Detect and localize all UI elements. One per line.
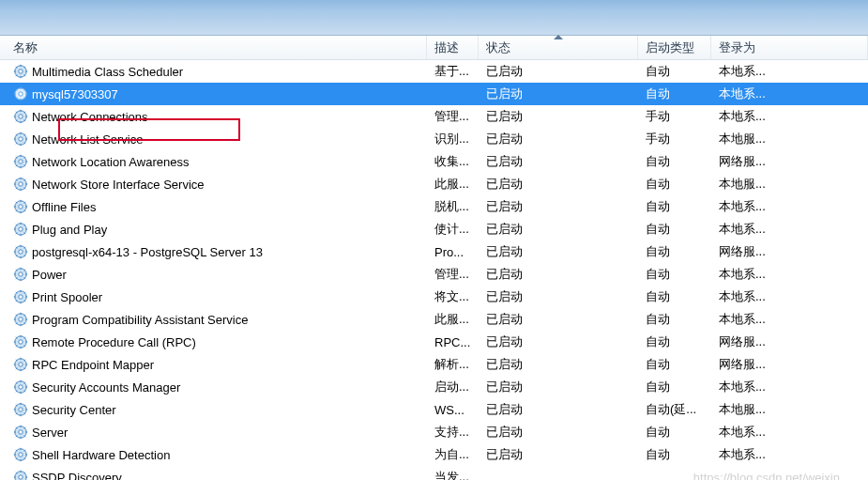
service-row[interactable]: Security Center WS... 已启动 自动(延... 本地服... (0, 398, 868, 421)
service-row[interactable]: Network List Service 识别... 已启动 手动 本地服... (0, 128, 868, 150)
service-status: 已启动 (479, 153, 638, 170)
service-icon (13, 222, 28, 237)
service-status: 已启动 (479, 131, 638, 147)
service-desc: 此服... (427, 176, 479, 193)
svg-point-149 (19, 385, 23, 389)
service-status: 已启动 (479, 243, 638, 260)
service-logon: 网络服... (711, 333, 868, 350)
service-logon: 网络服... (711, 356, 868, 373)
service-row[interactable]: Server 支持... 已启动 自动 本地系... (0, 421, 868, 443)
service-startup: 自动 (638, 176, 711, 193)
service-status: 已启动 (479, 401, 638, 418)
service-status: 已启动 (479, 356, 638, 373)
service-row[interactable]: mysql57303307 已启动 自动 本地系... (0, 83, 868, 105)
service-icon (13, 447, 28, 462)
service-startup: 自动 (638, 356, 711, 373)
service-logon: 本地系... (711, 288, 868, 305)
service-logon: 本地系... (711, 198, 868, 215)
service-row[interactable]: Print Spooler 将文... 已启动 自动 本地系... (0, 286, 868, 308)
service-name: Multimedia Class Scheduler (32, 65, 183, 79)
service-icon (13, 357, 28, 372)
svg-point-29 (19, 115, 23, 118)
service-startup: 自动 (638, 288, 711, 305)
service-logon: 本地系... (711, 108, 868, 125)
sort-ascending-icon (554, 35, 563, 39)
svg-point-89 (19, 250, 23, 254)
service-row[interactable]: Network Connections 管理... 已启动 手动 本地系... (0, 105, 868, 128)
service-desc: Pro... (427, 245, 479, 259)
service-icon (13, 109, 28, 124)
svg-point-159 (19, 408, 23, 411)
service-row[interactable]: Shell Hardware Detection 为自... 已启动 自动 本地… (0, 443, 868, 466)
service-logon: 本地系... (711, 379, 868, 395)
service-name: Offline Files (32, 200, 96, 214)
service-desc: WS... (427, 403, 479, 417)
service-desc: 此服... (427, 311, 479, 328)
service-row[interactable]: Power 管理... 已启动 自动 本地系... (0, 263, 868, 286)
svg-point-189 (19, 475, 23, 479)
service-status: 已启动 (479, 221, 638, 238)
service-startup: 自动 (638, 333, 711, 350)
svg-point-139 (19, 363, 23, 366)
service-startup: 自动 (638, 311, 711, 328)
service-startup: 自动 (638, 243, 711, 260)
svg-point-169 (19, 430, 23, 434)
service-logon: 本地系... (711, 85, 868, 102)
service-row[interactable]: SSDP Discovery 当发... (0, 466, 868, 480)
service-row[interactable]: Security Accounts Manager 启动... 已启动 自动 本… (0, 376, 868, 398)
service-icon (13, 177, 28, 192)
service-logon: 网络服... (711, 243, 868, 260)
service-name: Print Spooler (32, 290, 102, 304)
service-desc: 管理... (427, 108, 479, 125)
service-name: Shell Hardware Detection (32, 448, 170, 462)
service-name: Network List Service (32, 132, 143, 147)
service-status: 已启动 (479, 288, 638, 305)
service-startup: 自动 (638, 221, 711, 238)
service-logon: 本地系... (711, 266, 868, 283)
column-header-status[interactable]: 状态 (479, 36, 638, 59)
service-desc: 使计... (427, 221, 479, 238)
service-icon (13, 425, 28, 440)
service-status: 已启动 (479, 176, 638, 193)
service-startup: 手动 (638, 108, 711, 125)
column-header-desc[interactable]: 描述 (427, 36, 479, 59)
column-header-name[interactable]: 名称 (0, 36, 427, 59)
service-row[interactable]: Program Compatibility Assistant Service … (0, 308, 868, 331)
service-name: RPC Endpoint Mapper (32, 358, 154, 372)
column-header-logon[interactable]: 登录为 (711, 36, 868, 59)
service-startup: 自动 (638, 198, 711, 215)
column-header-startup[interactable]: 启动类型 (638, 36, 711, 59)
service-icon (13, 289, 28, 304)
service-status: 已启动 (479, 379, 638, 395)
service-startup: 自动(延... (638, 401, 711, 418)
service-logon: 网络服... (711, 153, 868, 170)
service-status: 已启动 (479, 63, 638, 80)
service-row[interactable]: Plug and Play 使计... 已启动 自动 本地系... (0, 218, 868, 240)
service-icon (13, 470, 28, 480)
service-desc: 为自... (427, 446, 479, 463)
service-row[interactable]: Multimedia Class Scheduler 基于... 已启动 自动 … (0, 60, 868, 83)
service-name: Plug and Play (32, 223, 107, 237)
service-row[interactable]: RPC Endpoint Mapper 解析... 已启动 自动 网络服... (0, 353, 868, 376)
service-name: Remote Procedure Call (RPC) (32, 335, 196, 349)
service-name: Network Location Awareness (32, 155, 189, 169)
service-row[interactable]: Offline Files 脱机... 已启动 自动 本地系... (0, 195, 868, 218)
service-startup: 自动 (638, 153, 711, 170)
svg-point-119 (19, 317, 23, 321)
service-desc: 收集... (427, 153, 479, 170)
svg-point-9 (19, 70, 23, 73)
service-name: Program Compatibility Assistant Service (32, 313, 248, 327)
service-name: SSDP Discovery (32, 471, 122, 481)
service-startup: 自动 (638, 446, 711, 463)
service-startup: 自动 (638, 424, 711, 441)
service-icon (13, 64, 28, 79)
service-row[interactable]: Remote Procedure Call (RPC) RPC... 已启动 自… (0, 331, 868, 353)
service-startup: 自动 (638, 85, 711, 102)
service-desc: 管理... (427, 266, 479, 283)
svg-point-49 (19, 160, 23, 163)
service-row[interactable]: Network Store Interface Service 此服... 已启… (0, 173, 868, 195)
service-status: 已启动 (479, 333, 638, 350)
service-row[interactable]: Network Location Awareness 收集... 已启动 自动 … (0, 150, 868, 173)
service-logon: 本地系... (711, 424, 868, 441)
service-row[interactable]: postgresql-x64-13 - PostgreSQL Server 13… (0, 240, 868, 263)
